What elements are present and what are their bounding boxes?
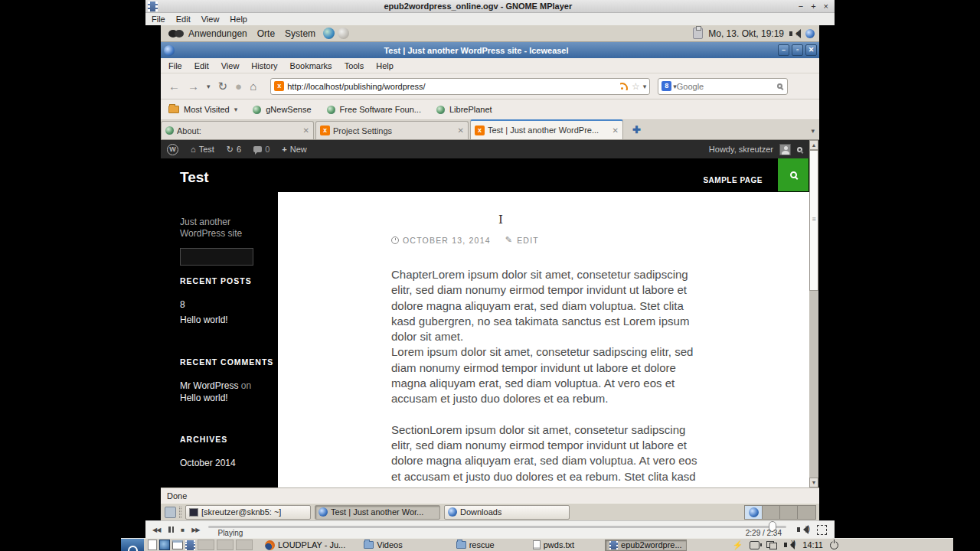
mplayer-menu-view[interactable]: View	[201, 15, 220, 24]
taskbar-button-downloads[interactable]: Downloads	[444, 505, 570, 520]
adminbar-updates[interactable]: ↻ 6	[227, 145, 241, 155]
bookmark-libreplanet[interactable]: LibrePlanet	[449, 105, 492, 114]
mplayer-menu-help[interactable]: Help	[230, 15, 247, 24]
mplayer-menu-edit[interactable]: Edit	[176, 15, 191, 24]
speaker-icon[interactable]: ))	[784, 540, 795, 549]
recent-post-link[interactable]: Hello world!	[180, 315, 228, 325]
url-input[interactable]	[287, 82, 620, 91]
new-tab-button[interactable]: ✚	[632, 124, 641, 135]
site-title[interactable]: Test	[180, 169, 209, 186]
adminbar-new[interactable]: + New	[282, 145, 306, 154]
video-playback-area[interactable]: Anwendungen Orte System Mo, 13. Okt, 19:…	[145, 25, 835, 520]
list-all-tabs-icon[interactable]: ▾	[811, 127, 815, 135]
mplayer-close-button[interactable]: ×	[824, 2, 828, 11]
taskbar-button-browser[interactable]: Test | Just another Wor...	[315, 505, 440, 520]
sidebar-search-input[interactable]	[180, 248, 253, 266]
rss-feed-icon[interactable]	[620, 82, 629, 90]
workspace-3[interactable]	[780, 506, 798, 519]
menu-help[interactable]: Help	[376, 61, 394, 70]
menu-view[interactable]: View	[221, 61, 240, 70]
adminbar-comments[interactable]: 0	[253, 145, 270, 154]
mplayer-menu-file[interactable]: File	[152, 15, 165, 24]
seek-bar[interactable]: Playing 2:29 / 2:34	[208, 521, 792, 538]
bookmark-fsf[interactable]: Free Software Foun...	[340, 105, 421, 114]
panel-clock[interactable]: Mo, 13. Okt, 19:19	[708, 28, 784, 39]
browser-minimize-button[interactable]: –	[778, 44, 789, 56]
back-icon[interactable]: ←	[168, 80, 180, 93]
tab-project-settings[interactable]: x Project Settings ✕	[315, 121, 469, 139]
pause-button[interactable]	[168, 527, 174, 533]
network-tray-icon[interactable]	[805, 29, 815, 38]
bookmark-star-icon[interactable]: ☆	[632, 81, 640, 92]
volume-icon[interactable]: ))	[797, 525, 809, 535]
quicklaunch-window-icon[interactable]	[172, 540, 183, 549]
scroll-up-icon[interactable]: ▲	[809, 140, 818, 150]
quicklaunch-globe-icon[interactable]	[159, 540, 170, 550]
taskbar-clock[interactable]: 14:11	[802, 540, 823, 549]
bookmark-gnewsense[interactable]: gNewSense	[266, 105, 311, 114]
recent-post-link[interactable]: 8	[180, 299, 185, 310]
header-search-button[interactable]	[778, 158, 808, 191]
clipboard-tray-icon[interactable]	[693, 28, 703, 39]
menu-file[interactable]: File	[168, 61, 182, 70]
workspace-4[interactable]	[798, 506, 815, 519]
tab-close-icon[interactable]: ✕	[303, 126, 309, 135]
start-button[interactable]	[121, 539, 144, 551]
mplayer-minimize-button[interactable]: −	[799, 2, 803, 11]
power-icon[interactable]	[830, 541, 838, 549]
adminbar-greeting[interactable]: Howdy, skreutzer	[709, 145, 773, 154]
stop-icon[interactable]: ●	[235, 80, 242, 93]
tab-test-wordpress[interactable]: x Test | Just another WordPre... ✕	[470, 119, 623, 139]
show-desktop-icon[interactable]	[165, 507, 176, 518]
places-menu[interactable]: Orte	[257, 28, 275, 39]
wordpress-logo-icon[interactable]: W	[167, 144, 178, 155]
menu-history[interactable]: History	[251, 61, 277, 70]
page-scrollbar[interactable]: ▲ ▼	[809, 140, 818, 487]
help-launcher-icon[interactable]	[338, 28, 349, 39]
network-icon[interactable]	[766, 541, 777, 549]
battery-icon[interactable]	[750, 541, 760, 549]
quicklaunch-media-icon[interactable]	[185, 540, 195, 550]
menu-bookmarks[interactable]: Bookmarks	[290, 61, 332, 70]
menu-edit[interactable]: Edit	[194, 61, 209, 70]
browser-launcher-icon[interactable]	[323, 28, 335, 39]
tab-close-icon[interactable]: ✕	[612, 126, 619, 135]
applications-menu[interactable]: Anwendungen	[188, 28, 247, 39]
quicklaunch-document-icon[interactable]	[148, 540, 157, 550]
adminbar-site-link[interactable]: ⌂ Test	[191, 145, 214, 154]
browser-close-button[interactable]: ✕	[805, 44, 817, 56]
forward-icon[interactable]: →	[188, 80, 199, 93]
stop-button[interactable]: ■	[181, 527, 185, 533]
workspace-switcher[interactable]	[744, 505, 816, 520]
search-engine-icon[interactable]: 8	[662, 81, 671, 91]
seek-track[interactable]	[208, 526, 786, 528]
power-plan-icon[interactable]: ⚡	[733, 540, 743, 550]
workspace-2[interactable]	[763, 506, 780, 519]
volume-muted-icon[interactable]: ✕	[789, 29, 800, 38]
menu-tools[interactable]: Tools	[345, 61, 364, 70]
history-dropdown-icon[interactable]: ▾	[207, 83, 211, 90]
workspace-1[interactable]	[745, 506, 763, 519]
home-icon[interactable]: ⌂	[250, 80, 256, 93]
browser-maximize-button[interactable]: ▫	[792, 44, 803, 56]
rewind-button[interactable]: ◀◀	[152, 527, 160, 533]
tab-about[interactable]: About: ✕	[161, 121, 314, 139]
system-menu[interactable]: System	[285, 28, 315, 39]
taskbar-window-rescue[interactable]: rescue	[456, 540, 495, 549]
url-bar[interactable]: x ☆ ▾	[270, 78, 650, 95]
scrollbar-thumb[interactable]	[809, 150, 818, 291]
nav-sample-page[interactable]: SAMPLE PAGE	[703, 176, 763, 184]
taskbar-window-loudplay[interactable]: LOUDPLAY - Ju...	[265, 540, 345, 550]
mplayer-maximize-button[interactable]: +	[811, 2, 815, 11]
search-bar[interactable]: 8 ▾	[658, 78, 788, 95]
taskbar-window-epub2wordpress[interactable]: epub2wordpre...	[605, 540, 687, 551]
fast-forward-button[interactable]: ▶▶	[191, 527, 199, 533]
url-dropdown-icon[interactable]: ▾	[643, 83, 647, 90]
taskbar-window-videos[interactable]: Videos	[364, 540, 402, 549]
tab-close-icon[interactable]: ✕	[458, 126, 464, 135]
taskbar-button-terminal[interactable]: [skreutzer@sknb5: ~]	[185, 505, 311, 520]
comment-author-link[interactable]: Mr WordPress	[180, 380, 238, 391]
web-search-input[interactable]	[677, 82, 777, 91]
fullscreen-icon[interactable]	[817, 525, 827, 535]
scroll-down-icon[interactable]: ▼	[809, 478, 818, 487]
